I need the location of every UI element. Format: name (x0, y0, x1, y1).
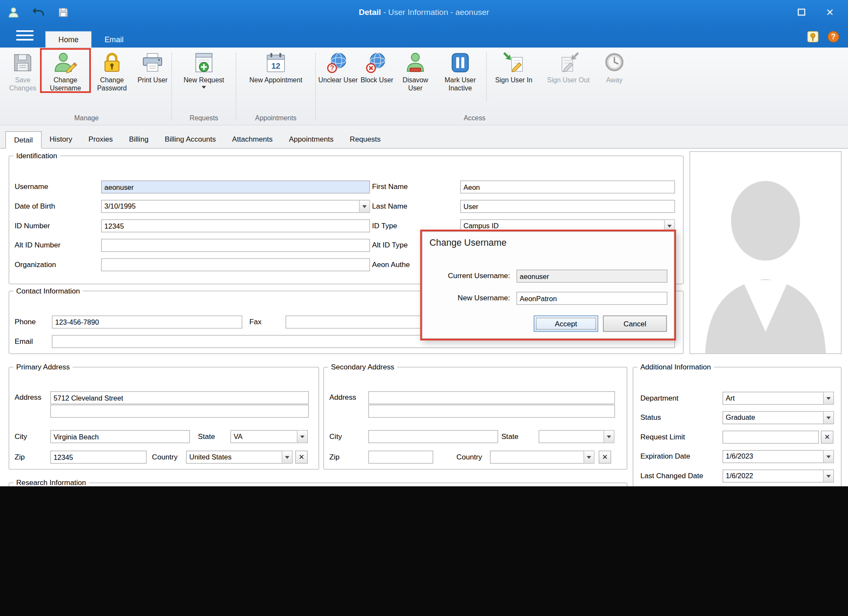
country-combo[interactable]: United States (186, 450, 293, 463)
chevron-down-icon[interactable] (583, 451, 594, 463)
detail-form: Identification Username Date of Birth 3/… (0, 148, 848, 486)
change-password-button[interactable]: Change Password (89, 49, 135, 93)
dropdown-caret-icon (202, 86, 206, 91)
tab-appointments[interactable]: Appointments (281, 131, 342, 148)
expiration-date-label: Expiration Date (640, 450, 690, 463)
department-label: Department (640, 392, 678, 404)
svg-text:12: 12 (271, 61, 280, 70)
accept-button[interactable]: Accept (534, 316, 598, 332)
print-user-button[interactable]: Print User (135, 49, 170, 84)
person-pencil-icon (53, 51, 77, 75)
new-appointment-button[interactable]: 12 New Appointment (238, 49, 314, 84)
tab-billing[interactable]: Billing (121, 131, 157, 148)
disavow-user-button[interactable]: Disavow User (395, 49, 435, 93)
tab-proxies[interactable]: Proxies (80, 131, 121, 148)
pause-icon (449, 51, 472, 75)
address1-input[interactable] (50, 391, 309, 404)
current-username-input[interactable] (516, 270, 667, 282)
last-changed-date-label: Last Changed Date (640, 470, 703, 482)
clear-country-button[interactable]: ✕ (599, 450, 611, 463)
city-input[interactable] (368, 430, 498, 443)
sign-user-in-button[interactable]: Sign User In (488, 49, 540, 84)
block-user-label: Block User (361, 76, 393, 84)
address1-input[interactable] (368, 391, 615, 404)
menu-button[interactable] (16, 30, 34, 41)
aeon-auth-label: Aeon Authe (372, 258, 410, 271)
address2-input[interactable] (50, 405, 309, 418)
first-name-input[interactable] (460, 180, 675, 193)
state-label: State (198, 430, 215, 443)
change-username-button[interactable]: Change Username (42, 49, 89, 93)
block-user-button[interactable]: Block User (358, 49, 395, 84)
chevron-down-icon[interactable] (603, 431, 614, 443)
secondary-address-legend: Secondary Address (328, 363, 397, 372)
tab-history[interactable]: History (41, 131, 80, 148)
address2-input[interactable] (368, 405, 615, 418)
additional-info-group: Additional Information Department Art St… (633, 367, 842, 486)
help-icon[interactable]: ? (828, 31, 839, 43)
chevron-down-icon[interactable] (823, 392, 833, 404)
expiration-date-combo[interactable]: 1/6/2023 (723, 450, 834, 463)
state-label: State (501, 430, 519, 443)
tab-detail[interactable]: Detail (6, 131, 41, 149)
country-combo[interactable] (490, 450, 594, 463)
tab-requests[interactable]: Requests (342, 131, 389, 148)
svg-text:?: ? (330, 64, 334, 72)
tab-attachments[interactable]: Attachments (224, 131, 281, 148)
new-request-label: New Request (184, 76, 224, 84)
last-changed-date-combo[interactable]: 1/6/2022 (723, 470, 834, 482)
city-input[interactable] (50, 430, 190, 443)
chevron-down-icon[interactable] (823, 412, 833, 424)
phone-label: Phone (15, 316, 35, 328)
undo-icon[interactable] (32, 6, 44, 18)
address-label: Address (15, 391, 41, 404)
chevron-down-icon[interactable] (823, 450, 833, 462)
alt-id-number-input[interactable] (101, 239, 370, 252)
padlock-icon (100, 51, 124, 75)
chevron-down-icon[interactable] (823, 470, 833, 482)
organization-input[interactable] (101, 258, 370, 271)
save-changes-button: Save Changes (3, 49, 42, 93)
phone-input[interactable] (52, 316, 242, 328)
request-limit-input[interactable] (723, 431, 819, 444)
last-name-input[interactable] (460, 200, 675, 213)
primary-address-group: Primary Address Address City State VA Zi… (9, 367, 319, 470)
print-user-label: Print User (137, 76, 167, 84)
save-icon-small[interactable] (57, 6, 69, 18)
state-combo[interactable]: VA (230, 430, 308, 443)
pin-icon[interactable] (807, 31, 819, 43)
calendar-icon: 12 (264, 51, 288, 75)
chevron-down-icon[interactable] (282, 451, 292, 463)
ribbon-tab-email[interactable]: Email (92, 31, 137, 47)
ribbon-tab-home[interactable]: Home (45, 31, 91, 47)
mark-user-inactive-button[interactable]: Mark User Inactive (435, 49, 485, 93)
zip-input[interactable] (50, 450, 147, 463)
status-combo[interactable]: Graduate (723, 411, 834, 424)
chevron-down-icon[interactable] (297, 431, 307, 443)
ribbon-group-appointments: 12 New Appointment Appointments (238, 49, 314, 125)
globe-block-icon (365, 51, 389, 75)
date-of-birth-combo[interactable]: 3/10/1995 (101, 200, 370, 213)
cancel-button[interactable]: Cancel (603, 316, 667, 332)
unclear-user-button[interactable]: ? Unclear User (318, 49, 358, 84)
clear-country-button[interactable]: ✕ (295, 450, 308, 463)
new-username-label: New Username: (426, 292, 510, 305)
tab-billing-accounts[interactable]: Billing Accounts (157, 131, 224, 148)
maximize-button[interactable] (798, 9, 805, 15)
last-name-label: Last Name (372, 200, 408, 213)
ribbon: Save Changes Change Username Change Pass… (0, 47, 848, 125)
id-number-input[interactable] (101, 219, 370, 232)
chevron-down-icon[interactable] (359, 200, 369, 212)
user-icon (8, 6, 20, 18)
close-button[interactable]: ✕ (826, 7, 834, 17)
clear-request-limit-button[interactable]: ✕ (821, 431, 833, 444)
ribbon-group-access: ? Unclear User Block User Disavow User M… (318, 49, 632, 125)
new-request-button[interactable]: New Request (174, 49, 234, 91)
department-combo[interactable]: Art (723, 392, 834, 404)
username-input[interactable] (101, 180, 370, 193)
new-username-input[interactable] (516, 292, 667, 305)
zip-input[interactable] (368, 450, 433, 463)
state-combo[interactable] (539, 430, 614, 443)
app-window: Detail - User Information - aeonuser ✕ H… (0, 0, 848, 486)
username-label: Username (15, 180, 48, 193)
